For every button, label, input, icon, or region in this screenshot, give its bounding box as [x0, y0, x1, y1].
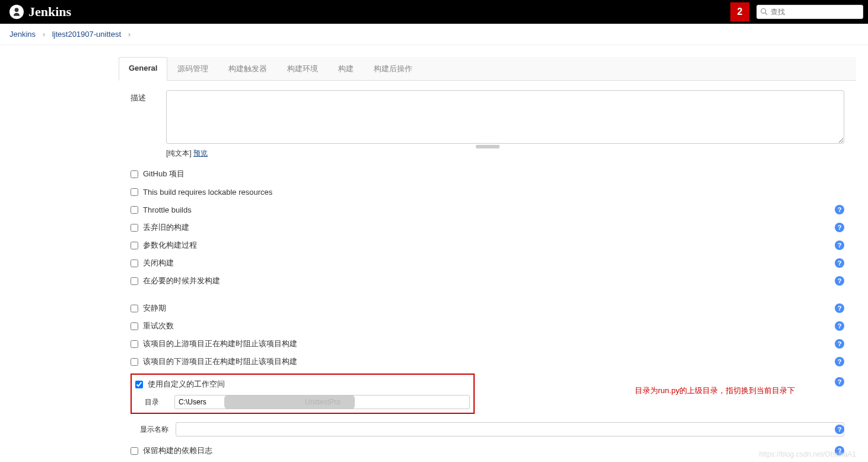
svg-point-1 — [761, 8, 766, 13]
block-upstream-checkbox[interactable] — [131, 340, 138, 348]
description-textarea[interactable] — [166, 90, 844, 144]
display-name-label: 显示名称 — [140, 425, 176, 435]
help-icon[interactable]: ? — [835, 425, 844, 434]
tab-general[interactable]: General — [119, 57, 167, 81]
help-icon[interactable]: ? — [835, 377, 844, 387]
breadcrumb-item[interactable]: ljtest201907-unittest — [52, 30, 121, 39]
breadcrumb-separator: › — [43, 30, 45, 39]
checkbox-label: 参数化构建过程 — [143, 240, 197, 251]
help-icon[interactable]: ? — [835, 357, 844, 366]
checkbox-label: 重试次数 — [143, 321, 174, 331]
custom-workspace-checkbox[interactable] — [135, 381, 143, 388]
config-tabs: General 源码管理 构建触发器 构建环境 构建 构建后操作 — [119, 57, 856, 81]
watermark: https://blog.csdn.net/OtsukaA1 — [759, 450, 856, 458]
keep-deps-checkbox[interactable] — [131, 447, 138, 455]
tab-postbuild[interactable]: 构建后操作 — [364, 57, 422, 80]
help-icon[interactable]: ? — [835, 241, 844, 250]
general-section: 描述 [纯文本] 预览 GitHub 项目 This build require… — [119, 81, 856, 462]
parameterized-checkbox[interactable] — [131, 242, 138, 249]
search-box[interactable] — [756, 5, 863, 19]
help-icon[interactable]: ? — [835, 276, 844, 286]
tab-env[interactable]: 构建环境 — [277, 57, 328, 80]
quiet-period-checkbox[interactable] — [131, 305, 138, 312]
svg-point-0 — [15, 8, 19, 12]
preview-link[interactable]: 预览 — [193, 149, 208, 157]
annotation-text: 目录为run.py的上级目录，指切换到当前目录下 — [635, 385, 795, 396]
help-icon[interactable]: ? — [835, 205, 844, 214]
checkbox-label: GitHub 项目 — [143, 169, 185, 179]
breadcrumb: Jenkins › ljtest201907-unittest › — [0, 24, 868, 45]
custom-workspace-highlight: 使用自定义的工作空间 目录 — [131, 374, 475, 414]
help-icon[interactable]: ? — [835, 303, 844, 313]
header-bar: Jenkins 2 — [0, 0, 868, 24]
search-icon — [761, 8, 768, 16]
main-content: General 源码管理 构建触发器 构建环境 构建 构建后操作 描述 [纯文本… — [119, 45, 868, 462]
description-label: 描述 — [131, 90, 166, 103]
lockable-resources-checkbox[interactable] — [131, 188, 138, 196]
checkbox-label: 安静期 — [143, 303, 166, 314]
checkbox-label: 该项目的上游项目正在构建时阻止该项目构建 — [143, 338, 297, 349]
checkbox-label: 在必要的时候并发构建 — [143, 276, 220, 286]
help-icon[interactable]: ? — [835, 258, 844, 268]
checkbox-label: Throttle builds — [143, 205, 192, 214]
help-icon[interactable]: ? — [835, 223, 844, 232]
svg-line-2 — [765, 13, 767, 15]
checkbox-label: 关闭构建 — [143, 258, 174, 268]
checkbox-label: 保留构建的依赖日志 — [143, 445, 212, 456]
help-icon[interactable]: ? — [835, 339, 844, 349]
breadcrumb-item[interactable]: Jenkins — [9, 30, 36, 39]
discard-old-checkbox[interactable] — [131, 224, 138, 232]
display-name-input[interactable] — [176, 422, 844, 436]
logo[interactable]: Jenkins — [9, 4, 71, 20]
github-project-checkbox[interactable] — [131, 170, 138, 178]
checkbox-label: This build requires lockable resources — [143, 188, 272, 197]
disable-build-checkbox[interactable] — [131, 260, 138, 267]
retry-count-checkbox[interactable] — [131, 322, 138, 330]
jenkins-logo-icon — [9, 5, 24, 19]
resize-handle[interactable] — [476, 145, 500, 148]
search-input[interactable] — [771, 8, 859, 16]
checkbox-label: 使用自定义的工作空间 — [148, 379, 225, 390]
breadcrumb-separator: › — [128, 30, 131, 39]
brand-text: Jenkins — [28, 4, 71, 20]
throttle-builds-checkbox[interactable] — [131, 206, 138, 214]
checkbox-label: 丢弃旧的构建 — [143, 222, 189, 233]
tab-scm[interactable]: 源码管理 — [167, 57, 218, 80]
checkbox-label: 该项目的下游项目正在构建时阻止该项目构建 — [143, 356, 297, 367]
description-hint: [纯文本] 预览 — [166, 148, 844, 159]
notification-badge[interactable]: 2 — [730, 2, 749, 21]
tab-build[interactable]: 构建 — [328, 57, 364, 80]
help-icon[interactable]: ? — [835, 321, 844, 331]
directory-label: 目录 — [145, 397, 174, 407]
tab-triggers[interactable]: 构建触发器 — [218, 57, 277, 80]
blurred-text — [224, 395, 355, 409]
block-downstream-checkbox[interactable] — [131, 358, 138, 366]
concurrent-build-checkbox[interactable] — [131, 277, 138, 285]
